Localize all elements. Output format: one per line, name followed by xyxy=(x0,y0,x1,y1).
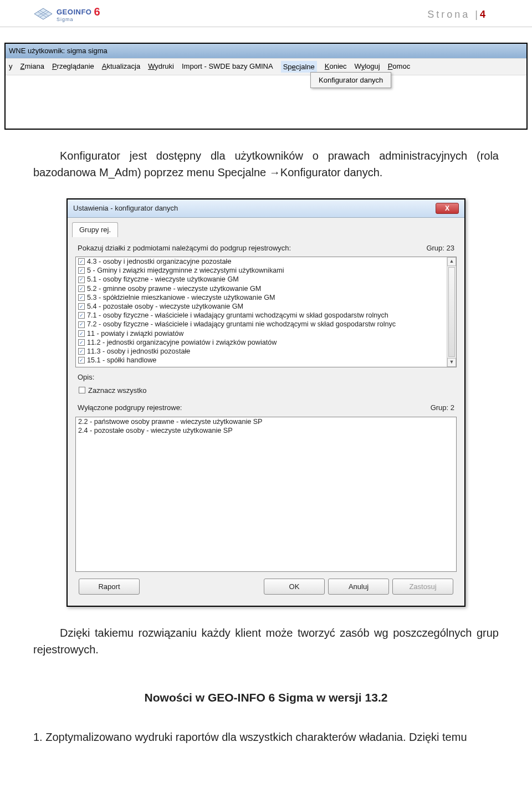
checkbox-icon[interactable]: ✓ xyxy=(78,348,85,355)
list-item[interactable]: 2.2 - państwowe osoby prawne - wieczyste… xyxy=(76,417,456,426)
zastosuj-button[interactable]: Zastosuj xyxy=(392,579,453,595)
list-item-label: 11.2 - jednostki organizacyjne powiatów … xyxy=(87,338,277,347)
raport-button[interactable]: Raport xyxy=(79,579,140,595)
list-item[interactable]: ✓5.3 - spółdzielnie mieszkaniowe - wiecz… xyxy=(76,293,456,302)
label-zaznacz-wszystko: Zaznacz wszystko xyxy=(88,385,146,396)
logo-num: 6 xyxy=(94,6,101,18)
checkbox-icon[interactable]: ✓ xyxy=(78,277,85,283)
menu-specjalne[interactable]: Specjalne xyxy=(281,61,317,73)
list-item[interactable]: ✓4.3 - osoby i jednostki organizacyjne p… xyxy=(76,257,456,266)
list-item-1: 1. Zoptymalizowano wydruki raportów dla … xyxy=(33,729,499,745)
checkbox-icon[interactable]: ✓ xyxy=(78,267,85,274)
list-item[interactable]: ✓7.1 - osoby fizyczne - właściciele i wł… xyxy=(76,311,456,320)
list-item-label: 5 - Gminy i związki międzygminne z wiecz… xyxy=(87,266,284,275)
dialog-title: Ustawienia - konfigurator danych xyxy=(73,203,178,214)
page-header: GEOINFO 6 Sigma Strona |4 xyxy=(0,0,532,27)
list-item[interactable]: ✓7.2 - osoby fizyczne - właściciele i wł… xyxy=(76,320,456,329)
checkbox-icon[interactable]: ✓ xyxy=(78,258,85,265)
list-item-label: 5.2 - gminne osoby prawne - wieczyste uż… xyxy=(87,284,261,293)
ok-button[interactable]: OK xyxy=(264,579,325,595)
list-item[interactable]: 2.4 - pozostałe osoby - wieczyste użytko… xyxy=(76,426,456,435)
page-number-label: Strona |4 xyxy=(427,9,499,21)
list-item-label: 11.3 - osoby i jednostki pozostałe xyxy=(87,347,190,356)
checkbox-icon[interactable]: ✓ xyxy=(78,330,85,337)
list-item[interactable]: ✓11 - powiaty i związki powiatów xyxy=(76,329,456,338)
dropdown-konfigurator[interactable]: Konfigurator danych xyxy=(310,72,391,89)
checkbox-icon[interactable]: ✓ xyxy=(78,339,85,346)
list-item[interactable]: ✓11.2 - jednostki organizacyjne powiatów… xyxy=(76,338,456,347)
scroll-thumb[interactable] xyxy=(448,267,455,357)
list-item-label: 4.3 - osoby i jednostki organizacyjne po… xyxy=(87,257,231,266)
scroll-down-icon[interactable]: ▼ xyxy=(447,358,456,367)
list-item-label: 2.2 - państwowe osoby prawne - wieczyste… xyxy=(78,417,263,426)
checkbox-icon[interactable]: ✓ xyxy=(78,285,85,292)
paragraph-1: Konfigurator jest dostępny dla użytkowni… xyxy=(33,147,499,181)
scroll-up-icon[interactable]: ▲ xyxy=(447,257,456,266)
list-podgrupy-enabled[interactable]: ✓4.3 - osoby i jednostki organizacyjne p… xyxy=(75,257,457,367)
checkbox-icon[interactable]: ✓ xyxy=(78,294,85,301)
screenshot-dialog: Ustawienia - konfigurator danych X Grupy… xyxy=(66,198,466,607)
checkbox-icon[interactable]: ✓ xyxy=(78,303,85,310)
menu-aktualizacja[interactable]: Aktualizacja xyxy=(102,61,140,73)
menu-koniec[interactable]: Koniec xyxy=(325,61,347,73)
list-item-label: 5.3 - spółdzielnie mieszkaniowe - wieczy… xyxy=(87,293,275,302)
list-item-label: 5.4 - pozostałe osoby - wieczyste użytko… xyxy=(87,302,243,311)
list-item[interactable]: ✓11.3 - osoby i jednostki pozostałe xyxy=(76,347,456,356)
logo-geo: GEOINFO xyxy=(57,8,91,16)
list-item-label: 7.1 - osoby fizyczne - właściciele i wła… xyxy=(87,311,388,320)
checkbox-icon[interactable]: ✓ xyxy=(78,357,85,364)
menubar: y Zmiana Przeglądanie Aktualizacja Wydru… xyxy=(6,58,526,76)
svg-marker-0 xyxy=(34,8,52,19)
dialog-titlebar: Ustawienia - konfigurator danych X xyxy=(68,199,464,218)
list-item-label: 5.1 - osoby fizyczne - wieczyste użytkow… xyxy=(87,275,239,284)
label-wylaczone: Wyłączone podgrupy rejestrowe: xyxy=(78,402,182,413)
list-item-label: 2.4 - pozostałe osoby - wieczyste użytko… xyxy=(78,426,233,435)
list-item-label: 11 - powiaty i związki powiatów xyxy=(87,329,183,338)
menu-y[interactable]: y xyxy=(9,61,13,73)
list-item[interactable]: ✓15.1 - spółki handlowe xyxy=(76,356,456,365)
count-grup-23: Grup: 23 xyxy=(426,243,454,254)
menu-import[interactable]: Import - SWDE bazy GMINA xyxy=(182,61,273,73)
checkbox-icon[interactable]: ✓ xyxy=(78,312,85,319)
scrollbar[interactable]: ▲ ▼ xyxy=(447,257,456,367)
list-item-label: 7.2 - osoby fizyczne - właściciele i wła… xyxy=(87,320,396,329)
screenshot-menu: WNE użytkownik: sigma sigma y Zmiana Prz… xyxy=(4,43,528,130)
label-opis: Opis: xyxy=(74,369,458,384)
list-item[interactable]: ✓5.2 - gminne osoby prawne - wieczyste u… xyxy=(76,284,456,293)
checkbox-zaznacz-wszystko[interactable] xyxy=(79,387,85,393)
menu-wyloguj[interactable]: Wyloguj xyxy=(355,61,380,73)
menu-zmiana[interactable]: Zmiana xyxy=(21,61,44,73)
count-grup-2: Grup: 2 xyxy=(431,402,454,413)
list-item[interactable]: ✓5 - Gminy i związki międzygminne z wiec… xyxy=(76,266,456,275)
logo: GEOINFO 6 Sigma xyxy=(33,6,100,22)
list-podgrupy-disabled[interactable]: 2.2 - państwowe osoby prawne - wieczyste… xyxy=(75,417,457,572)
anuluj-button[interactable]: Anuluj xyxy=(328,579,389,595)
close-button[interactable]: X xyxy=(436,203,459,214)
heading-nowosci: Nowości w GEO-INFO 6 Sigma w wersji 13.2 xyxy=(33,689,499,707)
list-item-label: 15.1 - spółki handlowe xyxy=(87,356,156,365)
checkbox-icon[interactable]: ✓ xyxy=(78,321,85,328)
menu-wydruki[interactable]: Wydruki xyxy=(148,61,174,73)
list-item[interactable]: ✓5.4 - pozostałe osoby - wieczyste użytk… xyxy=(76,302,456,311)
paragraph-2: Dzięki takiemu rozwiązaniu każdy klient … xyxy=(33,625,499,658)
menu-przegladanie[interactable]: Przeglądanie xyxy=(52,61,94,73)
list-item[interactable]: ✓5.1 - osoby fizyczne - wieczyste użytko… xyxy=(76,275,456,284)
tab-grupy-rej[interactable]: Grupy rej. xyxy=(72,222,118,237)
label-pokazuj: Pokazuj działki z podmiotami należącymi … xyxy=(78,243,291,254)
window-title: WNE użytkownik: sigma sigma xyxy=(6,44,526,58)
menu-pomoc[interactable]: Pomoc xyxy=(388,61,410,73)
